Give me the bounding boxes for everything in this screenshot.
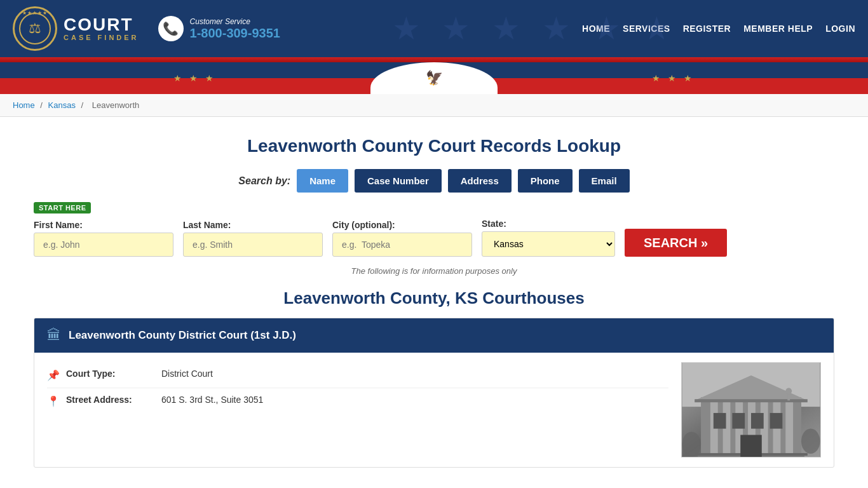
courthouse-card: 🏛 Leavenworth County District Court (1st…	[34, 318, 834, 468]
courthouse-image	[681, 362, 821, 458]
breadcrumb-sep2: /	[81, 100, 86, 110]
breadcrumb-county: Leavenworth	[92, 100, 139, 110]
state-group: State: Kansas Missouri Nebraska Oklahoma…	[482, 219, 615, 257]
courthouses-title: Leavenworth County, KS Courthouses	[34, 288, 834, 308]
breadcrumb: Home / Kansas / Leavenworth	[0, 94, 868, 117]
address-icon: 📍	[47, 395, 60, 407]
logo-circle-stars: ★★★★★	[22, 10, 48, 16]
logo-area: ⚖ ★★★★★ COURT CASE FINDER	[13, 6, 139, 51]
first-name-group: First Name:	[34, 220, 173, 257]
svg-rect-23	[787, 394, 790, 400]
state-select[interactable]: Kansas Missouri Nebraska Oklahoma Colora…	[482, 231, 615, 257]
address-row: 📍 Street Address: 601 S. 3rd St., Suite …	[47, 388, 668, 414]
last-name-input[interactable]	[183, 233, 323, 257]
tab-address[interactable]: Address	[448, 169, 512, 193]
eagle-banner: 🦅 ★ ★ ★ ★ ★ ★	[0, 62, 868, 94]
red-banner	[0, 57, 868, 62]
tab-phone[interactable]: Phone	[518, 169, 573, 193]
state-label: State:	[482, 219, 615, 229]
cs-phone: 1-800-309-9351	[190, 26, 280, 41]
search-button[interactable]: SEARCH »	[625, 229, 727, 257]
breadcrumb-home[interactable]: Home	[13, 100, 35, 110]
phone-icon: 📞	[158, 16, 184, 41]
nav-services[interactable]: SERVICES	[623, 24, 670, 34]
courthouse-name-link[interactable]: Leavenworth County District Court (1st J…	[69, 329, 296, 341]
last-name-group: Last Name:	[183, 220, 323, 257]
nav-login[interactable]: LOGIN	[825, 24, 855, 34]
svg-rect-10	[785, 400, 793, 457]
logo-gavel-icon: ⚖	[29, 20, 41, 37]
svg-rect-18	[770, 413, 783, 429]
svg-point-21	[801, 429, 820, 454]
breadcrumb-state[interactable]: Kansas	[48, 100, 76, 110]
svg-rect-16	[732, 413, 745, 429]
search-by-label: Search by:	[238, 175, 290, 187]
courthouse-info: 📌 Court Type: District Court 📍 Street Ad…	[47, 362, 668, 458]
site-header: ★ ★ ★ ★ ★ ★ ⚖ ★★★★★ COURT CASE FINDER 📞 …	[0, 0, 868, 57]
logo-subtitle-text: CASE FINDER	[64, 34, 139, 41]
info-notice: The following is for information purpose…	[34, 266, 834, 276]
courthouse-title: Leavenworth County District Court (1st J…	[69, 329, 296, 342]
address-label: Street Address:	[66, 395, 155, 405]
breadcrumb-sep1: /	[40, 100, 44, 110]
nav-member-help[interactable]: MEMBER HELP	[743, 24, 813, 34]
court-type-value: District Court	[161, 369, 213, 379]
city-group: City (optional):	[332, 220, 472, 257]
tab-name[interactable]: Name	[297, 169, 348, 193]
svg-rect-17	[751, 413, 764, 429]
logo-circle-inner: ⚖	[19, 13, 51, 44]
last-name-label: Last Name:	[183, 220, 323, 230]
tab-case-number[interactable]: Case Number	[355, 169, 442, 193]
start-here-badge: START HERE	[34, 202, 91, 214]
svg-rect-15	[714, 413, 726, 429]
eagle-stars-right: ★ ★ ★	[652, 73, 695, 83]
address-value: 601 S. 3rd St., Suite 3051	[161, 395, 263, 405]
first-name-input[interactable]	[34, 233, 173, 257]
eagle-stars-left: ★ ★ ★	[173, 73, 216, 83]
search-section: START HERE First Name: Last Name: City (…	[34, 202, 834, 257]
first-name-label: First Name:	[34, 220, 173, 230]
svg-rect-19	[740, 435, 762, 457]
page-title: Leavenworth County Court Records Lookup	[34, 136, 834, 156]
court-type-label: Court Type:	[66, 369, 155, 379]
cs-label: Customer Service	[190, 17, 280, 26]
courthouse-header: 🏛 Leavenworth County District Court (1st…	[34, 318, 834, 353]
main-nav: HOME SERVICES REGISTER MEMBER HELP LOGIN	[582, 24, 855, 34]
tab-email[interactable]: Email	[579, 169, 630, 193]
court-type-row: 📌 Court Type: District Court	[47, 362, 668, 388]
main-content: Leavenworth County Court Records Lookup …	[21, 117, 847, 488]
nav-home[interactable]: HOME	[582, 24, 610, 34]
svg-point-22	[785, 388, 792, 394]
court-type-icon: 📌	[47, 369, 60, 381]
search-by-row: Search by: Name Case Number Address Phon…	[34, 169, 834, 193]
customer-service: 📞 Customer Service 1-800-309-9351	[158, 16, 280, 41]
courthouse-photo	[682, 363, 820, 457]
eagle-icon: 🦅	[426, 70, 443, 86]
city-input[interactable]	[332, 233, 472, 257]
logo-court-text: COURT	[64, 16, 139, 34]
logo-circle: ⚖ ★★★★★	[13, 6, 57, 51]
logo-text: COURT CASE FINDER	[64, 16, 139, 41]
search-form: First Name: Last Name: City (optional): …	[34, 219, 834, 257]
city-label: City (optional):	[332, 220, 472, 230]
svg-point-20	[682, 432, 701, 457]
eagle-center: 🦅	[370, 62, 498, 94]
svg-rect-12	[695, 399, 808, 402]
nav-register[interactable]: REGISTER	[683, 24, 731, 34]
courthouse-building-icon: 🏛	[47, 327, 61, 344]
cs-text-block: Customer Service 1-800-309-9351	[190, 17, 280, 41]
courthouse-body: 📌 Court Type: District Court 📍 Street Ad…	[34, 353, 834, 467]
